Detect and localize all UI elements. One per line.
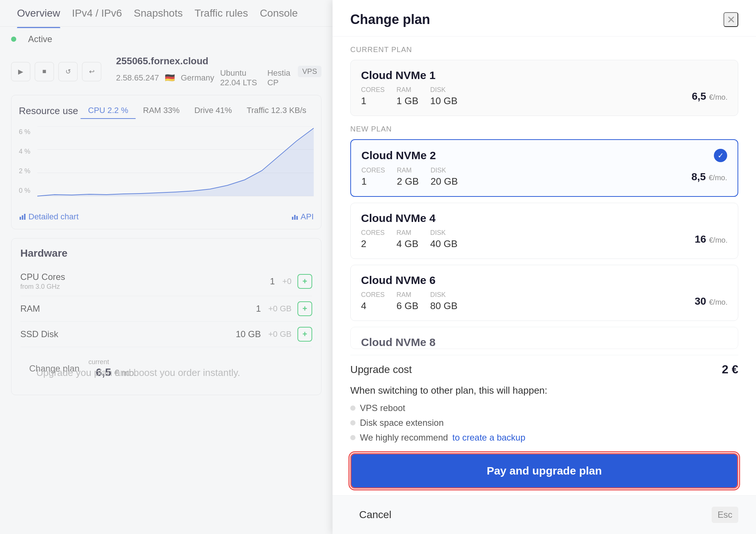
pay-upgrade-button[interactable]: Pay and upgrade plan	[350, 453, 738, 489]
plan-card-nvme8[interactable]: Cloud NVMe 8	[350, 327, 738, 349]
cancel-row: Cancel Esc	[333, 495, 756, 534]
hardware-title: Hardware	[20, 247, 312, 259]
country-name: Germany	[181, 73, 214, 83]
plan-nvme2-header: Cloud NVMe 2 ✓	[361, 149, 727, 162]
hardware-label-disk: SSD Disk	[20, 329, 94, 339]
info-item-reboot: VPS reboot	[350, 403, 738, 413]
hardware-row-ram: RAM 1 +0 GB +	[20, 296, 312, 322]
current-plan-ram-group: RAM 1 GB	[396, 86, 418, 107]
esc-badge: Esc	[712, 507, 738, 523]
resource-tab-ram[interactable]: RAM 33%	[136, 103, 187, 119]
hardware-label-ram: RAM	[20, 304, 94, 314]
hardware-row-disk: SSD Disk 10 GB +0 GB +	[20, 322, 312, 347]
svg-rect-10	[296, 216, 298, 220]
panel-header: Change plan ✕	[333, 0, 756, 37]
server-detail-row: 2.58.65.247 🇩🇪 Germany Ubuntu 22.04 LTS …	[116, 68, 290, 88]
info-list: VPS reboot Disk space extension We highl…	[350, 403, 738, 443]
info-dot-backup	[350, 435, 355, 440]
plan-card-nvme2[interactable]: Cloud NVMe 2 ✓ CORES 1 RAM 2 GB DISK 20 …	[350, 139, 738, 197]
vps-badge: VPS	[298, 66, 321, 77]
resource-title: Resource use	[19, 105, 78, 117]
resource-tab-drive[interactable]: Drive 41%	[187, 103, 239, 119]
server-controls: ▶ ■ ↺ ↩	[11, 62, 101, 81]
panel-body[interactable]: CURRENT PLAN Cloud NVMe 1 CORES 1 RAM 1 …	[333, 37, 756, 495]
upgrade-cost-row: Upgrade cost 2 €	[350, 355, 738, 384]
server-hostname: 255065.fornex.cloud	[116, 55, 290, 67]
server-ip: 2.58.65.247	[116, 73, 159, 83]
cpu-plus-button[interactable]: +	[297, 274, 312, 289]
stop-button[interactable]: ■	[35, 62, 54, 81]
close-button[interactable]: ✕	[723, 12, 738, 27]
ram-plus-button[interactable]: +	[297, 301, 312, 316]
hardware-row-cpu: CPU Cores from 3.0 GHz 1 +0 +	[20, 267, 312, 296]
hardware-label-cpu: CPU Cores from 3.0 GHz	[20, 272, 94, 291]
svg-rect-9	[294, 215, 296, 220]
backup-link[interactable]: to create a backup	[452, 432, 525, 443]
server-details-group: 255065.fornex.cloud 2.58.65.247 🇩🇪 Germa…	[116, 55, 290, 88]
chart-icon	[19, 213, 26, 220]
detailed-chart-link[interactable]: Detailed chart	[19, 212, 79, 222]
status-label: Active	[28, 34, 52, 44]
api-link[interactable]: API	[291, 212, 314, 222]
plan-check-icon: ✓	[714, 149, 727, 162]
chart-footer: Detailed chart API	[19, 212, 314, 222]
current-plan-name: Cloud NVMe 1	[361, 69, 728, 82]
svg-rect-5	[20, 217, 21, 220]
upgrade-hint: Upgrade you plan and boost you order ins…	[36, 366, 240, 380]
current-plan-disk-group: DISK 10 GB	[430, 86, 457, 107]
cancel-button[interactable]: Cancel	[350, 504, 400, 525]
resource-header: Resource use CPU 2.2 % RAM 33% Drive 41%	[19, 103, 314, 119]
tab-snapshots[interactable]: Snapshots	[128, 0, 188, 28]
tab-ipv4-ipv6[interactable]: IPv4 / IPv6	[66, 0, 128, 28]
status-dot	[11, 37, 16, 42]
current-plan-price: 6,5 €/mo.	[692, 90, 728, 102]
panel-name: Hestia CP	[267, 68, 290, 88]
svg-rect-6	[22, 215, 23, 220]
chart-y-labels: 6 % 4 % 2 % 0 %	[19, 126, 30, 196]
disk-plus-button[interactable]: +	[297, 327, 312, 342]
chart-svg	[37, 126, 314, 196]
panel-title: Change plan	[350, 12, 723, 27]
country-flag: 🇩🇪	[165, 73, 175, 83]
switch-info: When switching to other plan, this will …	[350, 384, 738, 397]
info-item-disk: Disk space extension	[350, 418, 738, 428]
resource-section: Resource use CPU 2.2 % RAM 33% Drive 41%	[11, 95, 321, 229]
restart-button[interactable]: ↺	[58, 62, 78, 81]
current-plan-card: Cloud NVMe 1 CORES 1 RAM 1 GB DISK 10 GB…	[350, 60, 738, 116]
chart-area: 6 % 4 % 2 % 0 %	[19, 126, 314, 208]
resource-tab-cpu[interactable]: CPU 2.2 %	[81, 103, 136, 119]
current-plan-cores-group: CORES 1	[361, 86, 385, 107]
os-name: Ubuntu 22.04 LTS	[220, 68, 262, 88]
current-plan-label: CURRENT PLAN	[350, 45, 738, 54]
change-plan-panel: Change plan ✕ CURRENT PLAN Cloud NVMe 1 …	[333, 0, 756, 534]
resource-tab-traffic[interactable]: Traffic 12.3 KB/s	[239, 103, 314, 119]
tab-console[interactable]: Console	[254, 0, 304, 28]
info-item-backup: We highly recommend to create a backup	[350, 432, 738, 443]
api-chart-icon	[291, 213, 299, 220]
svg-rect-8	[292, 217, 293, 220]
plan-card-nvme4[interactable]: Cloud NVMe 4 CORES 2 RAM 4 GB DISK 40 GB…	[350, 203, 738, 259]
plan-card-nvme6[interactable]: Cloud NVMe 6 CORES 4 RAM 6 GB DISK 80 GB…	[350, 265, 738, 321]
tab-overview[interactable]: Overview	[11, 0, 66, 28]
new-plan-label: NEW PLAN	[350, 125, 738, 133]
resource-tabs: CPU 2.2 % RAM 33% Drive 41% Traffic	[81, 103, 314, 119]
svg-rect-7	[24, 214, 25, 220]
reset-button[interactable]: ↩	[82, 62, 101, 81]
server-info: ▶ ■ ↺ ↩ 255065.fornex.cloud 2.58.65.247 …	[0, 52, 333, 95]
info-dot-disk	[350, 420, 355, 425]
current-plan-header: Cloud NVMe 1	[361, 69, 728, 82]
current-plan-specs: CORES 1 RAM 1 GB DISK 10 GB 6,5 €/mo.	[361, 86, 728, 107]
status-bar: Active	[0, 27, 333, 52]
tab-bar: Overview IPv4 / IPv6 Snapshots Traffic r…	[0, 0, 333, 27]
play-button[interactable]: ▶	[11, 62, 30, 81]
tab-traffic-rules[interactable]: Traffic rules	[188, 0, 254, 28]
info-dot-reboot	[350, 405, 355, 411]
plan-nvme2-specs: CORES 1 RAM 2 GB DISK 20 GB 8,5 €/mo.	[361, 167, 727, 187]
